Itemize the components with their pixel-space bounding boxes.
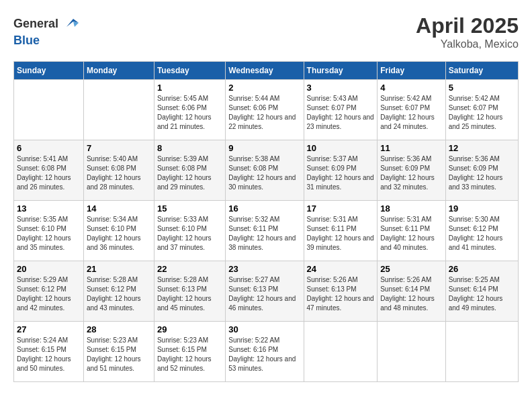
day-number: 16 (228, 203, 300, 214)
day-info: Sunrise: 5:39 AM Sunset: 6:08 PM Dayligh… (157, 154, 222, 192)
day-number: 29 (157, 324, 222, 334)
calendar-title: April 2025 (416, 13, 519, 38)
table-row: 30Sunrise: 5:22 AM Sunset: 6:16 PM Dayli… (226, 322, 304, 382)
day-info: Sunrise: 5:42 AM Sunset: 6:07 PM Dayligh… (380, 94, 443, 132)
title-block: April 2025 Yalkoba, Mexico (416, 13, 519, 50)
table-row (304, 322, 378, 382)
day-info: Sunrise: 5:35 AM Sunset: 6:10 PM Dayligh… (17, 215, 81, 253)
table-row: 3Sunrise: 5:43 AM Sunset: 6:07 PM Daylig… (304, 80, 378, 140)
table-row: 8Sunrise: 5:39 AM Sunset: 6:08 PM Daylig… (154, 140, 225, 201)
day-number: 21 (87, 264, 151, 274)
day-info: Sunrise: 5:28 AM Sunset: 6:12 PM Dayligh… (87, 275, 151, 313)
day-info: Sunrise: 5:23 AM Sunset: 6:15 PM Dayligh… (157, 336, 222, 373)
table-row: 26Sunrise: 5:25 AM Sunset: 6:14 PM Dayli… (445, 261, 518, 322)
day-info: Sunrise: 5:45 AM Sunset: 6:06 PM Dayligh… (157, 94, 222, 132)
logo: General Blue (13, 13, 80, 48)
table-row: 22Sunrise: 5:28 AM Sunset: 6:13 PM Dayli… (154, 261, 225, 322)
table-row: 18Sunrise: 5:31 AM Sunset: 6:11 PM Dayli… (378, 201, 446, 261)
day-number: 2 (228, 83, 300, 93)
table-row: 15Sunrise: 5:33 AM Sunset: 6:10 PM Dayli… (154, 201, 225, 261)
table-row: 1Sunrise: 5:45 AM Sunset: 6:06 PM Daylig… (154, 80, 225, 140)
day-number: 6 (17, 143, 81, 153)
day-number: 26 (449, 264, 515, 274)
logo-bird-icon (60, 13, 80, 34)
calendar-week-row: 6Sunrise: 5:41 AM Sunset: 6:08 PM Daylig… (14, 140, 519, 201)
table-row: 2Sunrise: 5:44 AM Sunset: 6:06 PM Daylig… (226, 80, 304, 140)
day-number: 7 (87, 143, 151, 153)
day-info: Sunrise: 5:42 AM Sunset: 6:07 PM Dayligh… (449, 94, 515, 132)
day-info: Sunrise: 5:38 AM Sunset: 6:08 PM Dayligh… (228, 154, 300, 192)
calendar-week-row: 20Sunrise: 5:29 AM Sunset: 6:12 PM Dayli… (14, 261, 519, 322)
day-info: Sunrise: 5:30 AM Sunset: 6:12 PM Dayligh… (449, 215, 515, 253)
table-row: 21Sunrise: 5:28 AM Sunset: 6:12 PM Dayli… (83, 261, 154, 322)
table-row: 19Sunrise: 5:30 AM Sunset: 6:12 PM Dayli… (445, 201, 518, 261)
col-saturday: Saturday (445, 62, 518, 80)
col-thursday: Thursday (304, 62, 378, 80)
table-row: 29Sunrise: 5:23 AM Sunset: 6:15 PM Dayli… (154, 322, 225, 382)
logo-blue: Blue (13, 34, 40, 47)
calendar-week-row: 1Sunrise: 5:45 AM Sunset: 6:06 PM Daylig… (14, 80, 519, 140)
table-row: 16Sunrise: 5:32 AM Sunset: 6:11 PM Dayli… (226, 201, 304, 261)
day-number: 27 (17, 324, 81, 334)
day-number: 3 (307, 83, 375, 93)
day-number: 5 (449, 83, 515, 93)
day-number: 8 (157, 143, 222, 153)
day-number: 20 (17, 264, 81, 274)
col-monday: Monday (83, 62, 154, 80)
table-row: 9Sunrise: 5:38 AM Sunset: 6:08 PM Daylig… (226, 140, 304, 201)
day-number: 22 (157, 264, 222, 274)
table-row (445, 322, 518, 382)
day-number: 17 (307, 203, 375, 214)
table-row: 5Sunrise: 5:42 AM Sunset: 6:07 PM Daylig… (445, 80, 518, 140)
day-info: Sunrise: 5:40 AM Sunset: 6:08 PM Dayligh… (87, 154, 151, 192)
table-row: 6Sunrise: 5:41 AM Sunset: 6:08 PM Daylig… (14, 140, 84, 201)
table-row (83, 80, 154, 140)
col-tuesday: Tuesday (154, 62, 225, 80)
day-number: 19 (449, 203, 515, 214)
table-row: 28Sunrise: 5:23 AM Sunset: 6:15 PM Dayli… (83, 322, 154, 382)
col-wednesday: Wednesday (226, 62, 304, 80)
day-number: 25 (380, 264, 443, 274)
day-info: Sunrise: 5:36 AM Sunset: 6:09 PM Dayligh… (380, 154, 443, 192)
table-row: 23Sunrise: 5:27 AM Sunset: 6:13 PM Dayli… (226, 261, 304, 322)
table-row (14, 80, 84, 140)
day-number: 30 (228, 324, 300, 334)
table-row: 14Sunrise: 5:34 AM Sunset: 6:10 PM Dayli… (83, 201, 154, 261)
table-row: 27Sunrise: 5:24 AM Sunset: 6:15 PM Dayli… (14, 322, 84, 382)
day-number: 28 (87, 324, 151, 334)
day-info: Sunrise: 5:24 AM Sunset: 6:15 PM Dayligh… (17, 336, 81, 373)
day-number: 15 (157, 203, 222, 214)
day-number: 24 (307, 264, 375, 274)
day-info: Sunrise: 5:23 AM Sunset: 6:15 PM Dayligh… (87, 336, 151, 373)
day-info: Sunrise: 5:41 AM Sunset: 6:08 PM Dayligh… (17, 154, 81, 192)
day-number: 14 (87, 203, 151, 214)
col-friday: Friday (378, 62, 446, 80)
day-info: Sunrise: 5:25 AM Sunset: 6:14 PM Dayligh… (449, 275, 515, 313)
day-number: 9 (228, 143, 300, 153)
col-sunday: Sunday (14, 62, 84, 80)
table-row: 25Sunrise: 5:26 AM Sunset: 6:14 PM Dayli… (378, 261, 446, 322)
day-info: Sunrise: 5:31 AM Sunset: 6:11 PM Dayligh… (307, 215, 375, 253)
table-row (378, 322, 446, 382)
day-info: Sunrise: 5:33 AM Sunset: 6:10 PM Dayligh… (157, 215, 222, 253)
calendar-header-row: Sunday Monday Tuesday Wednesday Thursday… (14, 62, 519, 80)
calendar-subtitle: Yalkoba, Mexico (416, 38, 519, 50)
day-number: 12 (449, 143, 515, 153)
day-info: Sunrise: 5:44 AM Sunset: 6:06 PM Dayligh… (228, 94, 300, 132)
calendar-table: Sunday Monday Tuesday Wednesday Thursday… (13, 61, 519, 382)
table-row: 10Sunrise: 5:37 AM Sunset: 6:09 PM Dayli… (304, 140, 378, 201)
table-row: 11Sunrise: 5:36 AM Sunset: 6:09 PM Dayli… (378, 140, 446, 201)
day-info: Sunrise: 5:26 AM Sunset: 6:13 PM Dayligh… (307, 275, 375, 313)
day-number: 1 (157, 83, 222, 93)
table-row: 24Sunrise: 5:26 AM Sunset: 6:13 PM Dayli… (304, 261, 378, 322)
day-number: 10 (307, 143, 375, 153)
table-row: 13Sunrise: 5:35 AM Sunset: 6:10 PM Dayli… (14, 201, 84, 261)
day-info: Sunrise: 5:37 AM Sunset: 6:09 PM Dayligh… (307, 154, 375, 192)
calendar-week-row: 13Sunrise: 5:35 AM Sunset: 6:10 PM Dayli… (14, 201, 519, 261)
table-row: 20Sunrise: 5:29 AM Sunset: 6:12 PM Dayli… (14, 261, 84, 322)
day-info: Sunrise: 5:36 AM Sunset: 6:09 PM Dayligh… (449, 154, 515, 192)
logo-general: General (13, 17, 58, 31)
day-number: 18 (380, 203, 443, 214)
table-row: 17Sunrise: 5:31 AM Sunset: 6:11 PM Dayli… (304, 201, 378, 261)
day-number: 23 (228, 264, 300, 274)
